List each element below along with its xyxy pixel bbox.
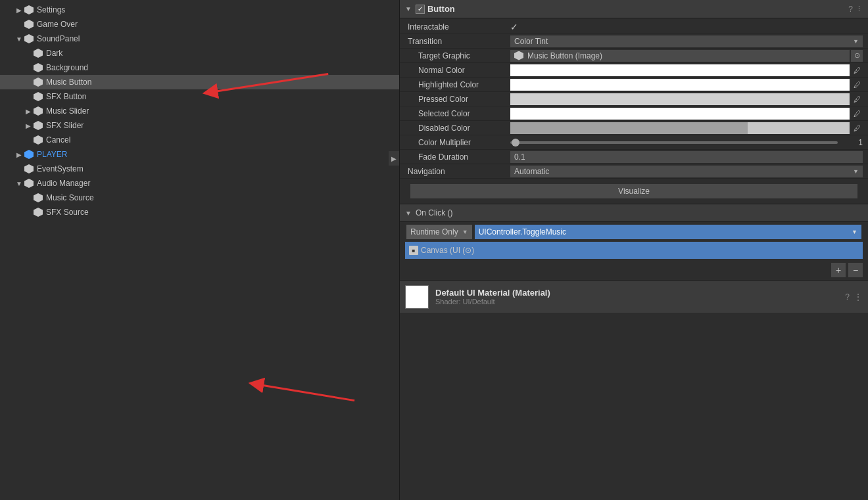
tree-item-player[interactable]: PLAYER [0,147,399,162]
component-help-button[interactable]: ? [848,5,853,14]
tree-arrow-player[interactable] [14,151,24,158]
tree-item-music-slider[interactable]: Music Slider [0,104,399,118]
highlighted-color-picker[interactable]: 🖊 [851,79,863,91]
prop-row-fade-duration: Fade Duration [400,150,868,164]
tree-item-sfx-source[interactable]: SFX Source [0,205,399,219]
target-graphic-value[interactable]: Music Button (Image) [510,50,850,62]
tree-arrow-sound-panel[interactable] [14,35,24,43]
material-section: Default UI Material (Material) Shader: U… [400,280,868,313]
target-graphic-icon [514,51,523,60]
function-dropdown[interactable]: UIController.ToggleMusic ▼ [475,225,861,239]
panel-collapse-button[interactable]: ▶ [389,151,399,166]
normal-color-swatch[interactable] [510,64,850,76]
material-thumbnail [405,285,429,309]
tree-label-background: Background [46,63,88,72]
tree-arrow-settings[interactable] [14,7,24,14]
cube-icon-dark [33,48,43,58]
pressed-color-picker[interactable]: 🖊 [851,93,863,105]
canvas-row[interactable]: ■ Canvas (UI (⊙) [405,242,863,259]
prop-row-disabled-color: Disabled Color 🖊 [400,121,868,135]
onclick-expand-icon[interactable]: ▼ [405,210,412,217]
prop-row-transition: Transition Color Tint ▼ [400,34,868,49]
prop-row-selected-color: Selected Color 🖊 [400,106,868,121]
tree-item-background[interactable]: Background [0,60,399,75]
prop-label-transition: Transition [405,37,510,46]
visualize-button[interactable]: Visualize [410,184,857,198]
cube-icon-music-button [33,77,43,87]
target-graphic-picker[interactable]: ⊙ [851,50,863,62]
disabled-color-swatch[interactable] [510,122,850,134]
tree-item-game-over[interactable]: Game Over [0,17,399,32]
selected-color-swatch[interactable] [510,108,850,120]
tree-item-dark[interactable]: Dark [0,46,399,60]
prop-value-target-graphic: Music Button (Image) ⊙ [510,50,863,62]
tree-label-game-over: Game Over [37,20,78,29]
prop-label-target-graphic: Target Graphic [405,51,510,60]
inspector-panel: ▼ ✓ Button ? ⋮ Interactable ✓ Transition… [400,0,868,500]
cube-icon-game-over [24,19,34,30]
function-name-label: UIController.ToggleMusic [479,227,566,237]
prop-value-selected-color: 🖊 [510,108,863,120]
cube-icon-music-source [33,193,43,203]
tree-label-sfx-slider: SFX Slider [46,121,84,130]
material-menu-button[interactable]: ⋮ [854,292,863,302]
tree-item-sound-panel[interactable]: SoundPanel [0,32,399,46]
cube-icon-background [33,62,43,73]
canvas-label: Canvas (UI (⊙) [421,246,474,255]
transition-dropdown-arrow: ▼ [853,38,859,45]
component-menu-button[interactable]: ⋮ [856,5,863,13]
tree-item-event-system[interactable]: EventSystem [0,162,399,176]
prop-row-pressed-color: Pressed Color 🖊 [400,92,868,106]
material-actions: ? ⋮ [845,292,863,302]
prop-value-pressed-color: 🖊 [510,93,863,105]
highlighted-color-swatch[interactable] [510,79,850,91]
onclick-controls: + − [400,260,868,280]
tree-label-music-button: Music Button [46,78,91,87]
transition-dropdown[interactable]: Color Tint ▼ [510,35,863,47]
interactable-checkmark[interactable]: ✓ [510,22,518,32]
fade-duration-input[interactable] [510,151,863,163]
prop-value-disabled-color: 🖊 [510,122,863,134]
component-header: ▼ ✓ Button ? ⋮ [400,0,868,18]
cube-icon-sound-panel [24,34,34,44]
pressed-color-swatch[interactable] [510,93,850,105]
function-dropdown-arrow: ▼ [852,229,857,235]
tree-item-sfx-button[interactable]: SFX Button [0,89,399,104]
tree-item-audio-manager[interactable]: Audio Manager [0,176,399,191]
material-help-button[interactable]: ? [845,292,850,302]
tree-label-sfx-source: SFX Source [46,208,89,217]
prop-row-highlighted-color: Highlighted Color 🖊 [400,78,868,92]
cube-icon-sfx-button [33,91,43,102]
prop-label-pressed-color: Pressed Color [405,95,510,104]
prop-label-fade-duration: Fade Duration [405,152,510,162]
tree-arrow-audio-manager[interactable] [14,180,24,187]
tree-item-cancel[interactable]: Cancel [0,133,399,147]
prop-row-normal-color: Normal Color 🖊 [400,63,868,78]
cube-icon-cancel [33,135,43,145]
navigation-dropdown[interactable]: Automatic ▼ [510,166,863,177]
tree-item-sfx-slider[interactable]: SFX Slider [0,118,399,133]
tree-item-music-source[interactable]: Music Source [0,191,399,205]
color-multiplier-track[interactable] [510,141,838,144]
runtime-only-label: Runtime Only [410,227,458,237]
tree-item-music-button[interactable]: Music Button [0,75,399,89]
component-expand-arrow[interactable]: ▼ [405,5,412,12]
tree-label-sound-panel: SoundPanel [37,34,80,43]
selected-color-picker[interactable]: 🖊 [851,108,863,120]
tree-item-settings[interactable]: Settings [0,3,399,17]
prop-value-fade-duration [510,151,863,163]
disabled-color-picker[interactable]: 🖊 [851,122,863,134]
component-enabled-check[interactable]: ✓ [416,5,425,14]
color-multiplier-thumb[interactable] [512,139,519,147]
canvas-icon: ■ [409,246,418,255]
prop-value-highlighted-color: 🖊 [510,79,863,91]
component-check-mark: ✓ [418,5,423,12]
tree-arrow-sfx-slider[interactable] [24,122,33,129]
visualize-row: Visualize [400,179,868,204]
tree-arrow-music-slider[interactable] [24,108,33,115]
add-onclick-button[interactable]: + [831,263,846,277]
runtime-only-dropdown[interactable]: Runtime Only ▼ [406,225,472,239]
remove-onclick-button[interactable]: − [848,263,863,277]
normal-color-picker[interactable]: 🖊 [851,64,863,76]
hierarchy-panel: Settings Game Over SoundPanel Dark Backg… [0,0,400,500]
